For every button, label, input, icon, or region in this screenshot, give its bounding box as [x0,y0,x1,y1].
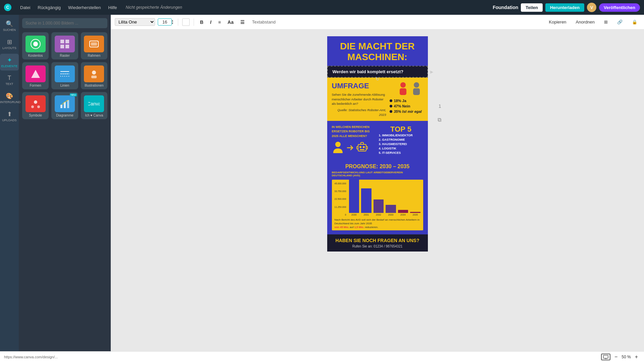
text-color-picker[interactable] [182,18,190,26]
link-icon[interactable]: 🔗 [614,19,625,25]
zoom-decrease-button[interactable]: − [612,353,620,361]
top5-list: 1. IMMOBILIENSEKTOR 2. GASTRONOMIE 3. HA… [379,134,423,154]
font-family-select[interactable]: Lilita One [115,18,155,26]
stat-row-1: 18% Ja [390,99,423,103]
sidebar-item-hintergrund[interactable]: 🎨 HINTERGRUND [0,90,19,106]
italic-button[interactable]: I [208,18,213,26]
font-size-down-arrow[interactable]: ▼ [171,22,174,25]
svg-point-29 [359,146,361,148]
top5-question: IN WELCHEN BEREICHEN ERSETZEN ROBOTER BI… [332,125,376,139]
element-symbole[interactable]: Symbole [22,92,49,119]
illustrationen-thumb [84,65,104,82]
topbar: C Datei Rückgängig Wiederherstellen Hilf… [0,0,644,15]
svg-rect-19 [60,105,62,108]
screen-view-icon[interactable] [601,354,610,360]
grid-icon[interactable]: ⊞ [601,19,610,25]
bar-col-2031: 2031 [361,188,371,216]
sidebar-item-elemente[interactable]: ✦ ELEMENTE [0,54,19,71]
element-illustrationen[interactable]: Illustrationen [81,62,107,89]
rahmen-thumb [84,36,104,52]
rotate-handle[interactable]: ↻ [376,76,380,82]
umfrage-question: Sehen Sie die zunehmende Ablösung mensch… [332,92,386,106]
zoom-increase-button[interactable]: + [633,353,640,361]
svg-rect-32 [361,142,363,144]
divider-1 [178,18,178,26]
element-kostenlos[interactable]: Kostenlos [22,32,49,59]
bold-button[interactable]: B [198,18,205,26]
umfrage-source: Quelle: Statistisches Roboter-Amt, 2023 [332,108,386,117]
stat-row-2: 47% Nein [390,104,423,108]
bars-container: 203020312032203320342035 [349,182,420,216]
symbole-thumb [26,95,46,112]
canva-logo[interactable]: C [4,4,11,11]
element-diagramme[interactable]: NEU Diagramme [51,92,78,119]
bar-label-2033: 2033 [388,214,394,216]
list-button[interactable]: ☰ [238,18,247,26]
kopieren-button[interactable]: Kopieren [546,19,569,25]
svg-rect-35 [603,355,608,358]
element-rahmen[interactable]: Rahmen [81,32,107,59]
topbar-right: Foundation Teilen Herunterladen V Veröff… [493,3,640,12]
menu-rueckgaengig[interactable]: Rückgängig [36,4,63,11]
infographic: DIE MACHT DER MASCHINEN: Werden wir bald… [327,36,428,281]
element-ich-canva[interactable]: Canva Ich ♥ Canva [81,92,107,119]
bar-2035 [410,212,420,213]
list-item: 2. GASTRONOMIE [379,138,423,141]
selection-handle[interactable]: ▶ [430,70,433,74]
menu-hilfe[interactable]: Hilfe [106,4,119,11]
teilen-button[interactable]: Teilen [521,3,543,12]
infographic-subtitle-section[interactable]: Werden wir bald komplett ersetzt? ▶ ↻ [327,66,428,78]
svg-point-16 [34,100,37,104]
raster-thumb [55,36,75,52]
element-label-formen: Formen [30,84,41,87]
elements-icon: ✦ [7,56,12,64]
canvas-area[interactable]: DIE MACHT DER MASCHINEN: Werden wir bald… [111,30,644,362]
element-label-raster: Raster [60,54,69,57]
sidebar-item-suchen[interactable]: 🔍 SUCHEN [0,17,19,34]
veroeffentlichen-button[interactable]: Veröffentlichen [599,3,640,12]
menu-wiederherstellen[interactable]: Wiederherstellen [66,4,103,11]
diagramme-thumb [55,95,75,112]
background-icon: 🎨 [6,92,13,100]
left-sidebar: 🔍 SUCHEN ⊞ LAYOUTS ✦ ELEMENTE T TEXT 🎨 H… [0,15,19,362]
chart-area: 45.000.000 33.750.000 22.500.000 11.250.… [332,180,423,231]
sidebar-item-layouts[interactable]: ⊞ LAYOUTS [0,36,19,52]
stat-dot-2 [390,105,392,107]
arrow-icon [346,144,354,152]
duplicate-page-icon[interactable]: ⧉ [438,117,441,123]
chart-note: Nach Bericht des AVD soll sich der Bedar… [335,218,420,229]
text-size-button[interactable]: Aa [226,18,236,26]
page-number: 1 [439,103,441,109]
svg-point-3 [33,42,38,46]
linien-thumb [55,65,75,82]
y-label-0: 0 [345,214,346,216]
lock-icon[interactable]: 🔒 [629,19,640,25]
bar-2032 [374,199,384,213]
stat-text-3: 35% Ist mir egal [394,109,422,114]
element-label-kostenlos: Kostenlos [28,54,43,57]
bar-2030 [349,179,359,213]
element-raster[interactable]: Raster [51,32,78,59]
sidebar-item-uploads[interactable]: ⬆ UPLOADS [0,108,19,125]
top5-left: IN WELCHEN BEREICHEN ERSETZEN ROBOTER BI… [332,125,376,155]
font-size-input[interactable] [158,18,172,26]
menu-datei[interactable]: Datei [18,4,32,11]
infographic-umfrage-section: UMFRAGE Sehen Sie die zunehmende Ablösun… [327,78,428,121]
avatar[interactable]: V [587,3,596,12]
person-icons [390,82,423,97]
element-label-canva: Ich ♥ Canva [85,114,103,117]
herunterladen-button[interactable]: Herunterladen [545,3,584,12]
anordnen-button[interactable]: Anordnen [573,19,597,25]
foundation-button[interactable]: Foundation [493,5,518,10]
sidebar-item-text[interactable]: T TEXT [0,72,19,88]
align-button[interactable]: ≡ [216,18,223,26]
svg-rect-24 [400,88,406,95]
stat-dot-3 [390,110,392,113]
infographic-footer-section: HABEN SIE NOCH FRAGEN AN UNS? Rufen Sie … [327,234,428,252]
sidebar-label-suchen: SUCHEN [3,28,16,32]
element-linien[interactable]: Linien [51,62,78,89]
zoom-controls: − 50 % + [601,353,640,361]
elements-search-input[interactable] [22,18,107,28]
y-label-11: 11.250.000 [335,206,346,208]
element-formen[interactable]: Formen [22,62,49,89]
